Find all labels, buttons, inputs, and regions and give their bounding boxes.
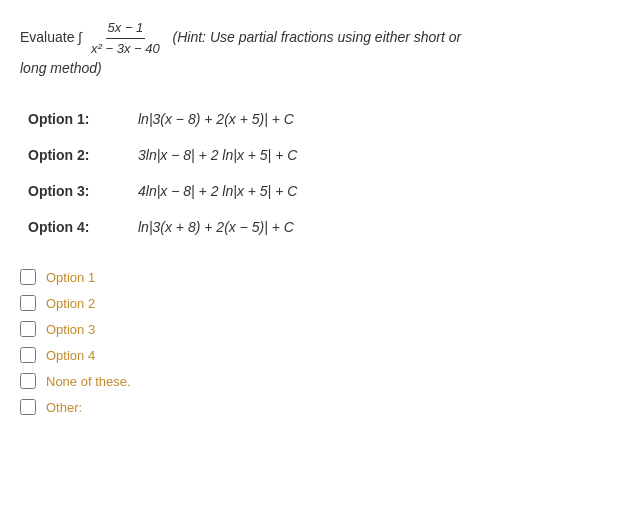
checkbox-label-4[interactable]: Option 4 xyxy=(46,348,95,363)
checkbox-option-1[interactable] xyxy=(20,269,36,285)
problem-statement: Evaluate ∫ 5x − 1 x² − 3x − 40 (Hint: Us… xyxy=(20,18,604,79)
option-2-label: Option 2: xyxy=(20,137,130,173)
checkbox-label-3[interactable]: Option 3 xyxy=(46,322,95,337)
integral-fraction: 5x − 1 x² − 3x − 40 xyxy=(89,18,162,58)
checkbox-label-5[interactable]: None of these. xyxy=(46,374,131,389)
option-row-4: Option 4: ln|3(x + 8) + 2(x − 5)| + C xyxy=(20,209,604,245)
checkbox-item-4[interactable]: Option 4 xyxy=(20,347,604,363)
option-3-math: 4ln|x − 8| + 2 ln|x + 5| + C xyxy=(130,173,604,209)
checkbox-none-of-these[interactable] xyxy=(20,373,36,389)
checkbox-item-3[interactable]: Option 3 xyxy=(20,321,604,337)
fraction-denominator: x² − 3x − 40 xyxy=(89,39,162,59)
option-4-label: Option 4: xyxy=(20,209,130,245)
option-3-label: Option 3: xyxy=(20,173,130,209)
fraction-numerator: 5x − 1 xyxy=(106,18,146,39)
evaluate-label: Evaluate ∫ xyxy=(20,29,86,45)
option-row-1: Option 1: ln|3(x − 8) + 2(x + 5)| + C xyxy=(20,101,604,137)
checkbox-other[interactable] xyxy=(20,399,36,415)
options-table: Option 1: ln|3(x − 8) + 2(x + 5)| + C Op… xyxy=(20,101,604,245)
checkbox-item-6[interactable]: Other: xyxy=(20,399,604,415)
checkbox-item-1[interactable]: Option 1 xyxy=(20,269,604,285)
option-row-3: Option 3: 4ln|x − 8| + 2 ln|x + 5| + C xyxy=(20,173,604,209)
checkbox-option-2[interactable] xyxy=(20,295,36,311)
checkbox-list: Option 1 Option 2 Option 3 Option 4 None… xyxy=(20,269,604,415)
checkbox-label-6[interactable]: Other: xyxy=(46,400,82,415)
checkbox-item-5[interactable]: None of these. xyxy=(20,373,604,389)
option-1-math: ln|3(x − 8) + 2(x + 5)| + C xyxy=(130,101,604,137)
checkbox-option-4[interactable] xyxy=(20,347,36,363)
checkbox-option-3[interactable] xyxy=(20,321,36,337)
option-4-math: ln|3(x + 8) + 2(x − 5)| + C xyxy=(130,209,604,245)
checkbox-label-1[interactable]: Option 1 xyxy=(46,270,95,285)
checkbox-label-2[interactable]: Option 2 xyxy=(46,296,95,311)
checkbox-item-2[interactable]: Option 2 xyxy=(20,295,604,311)
hint-text-cont: long method) xyxy=(20,60,102,76)
option-2-math: 3ln|x − 8| + 2 ln|x + 5| + C xyxy=(130,137,604,173)
option-row-2: Option 2: 3ln|x − 8| + 2 ln|x + 5| + C xyxy=(20,137,604,173)
hint-text: (Hint: Use partial fractions using eithe… xyxy=(169,29,462,45)
option-1-label: Option 1: xyxy=(20,101,130,137)
